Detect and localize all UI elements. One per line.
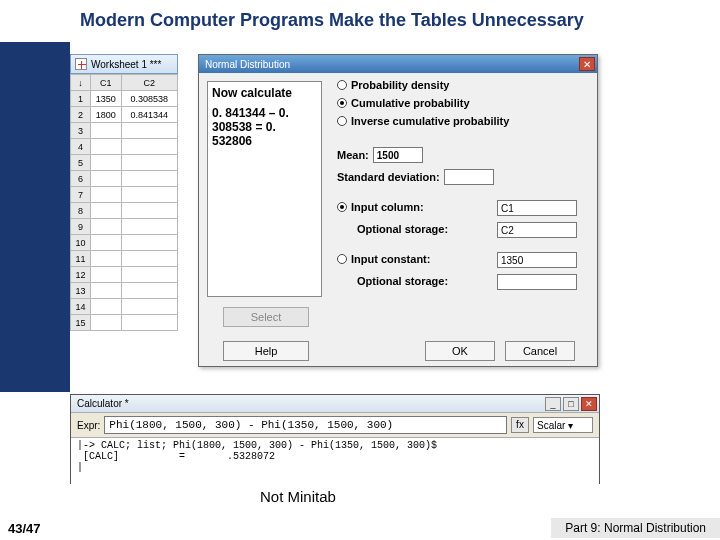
- row-head[interactable]: 12: [71, 267, 91, 283]
- ok-button[interactable]: OK: [425, 341, 495, 361]
- row-head[interactable]: 10: [71, 235, 91, 251]
- cell[interactable]: [91, 299, 122, 315]
- row-head[interactable]: 15: [71, 315, 91, 331]
- radio-input-constant[interactable]: Input constant:: [337, 253, 430, 265]
- row-head[interactable]: 11: [71, 251, 91, 267]
- row-head[interactable]: 3: [71, 123, 91, 139]
- cell[interactable]: [91, 267, 122, 283]
- cell[interactable]: [91, 123, 122, 139]
- main-content: Worksheet 1 *** ↓ C1 C2 113500.308538 21…: [70, 54, 600, 374]
- fx-button[interactable]: fx: [511, 417, 529, 433]
- cell[interactable]: [91, 315, 122, 331]
- cell[interactable]: [91, 251, 122, 267]
- cell[interactable]: [121, 171, 177, 187]
- maximize-icon[interactable]: □: [563, 397, 579, 411]
- input-column-label: Input column:: [351, 201, 424, 213]
- cell[interactable]: 0.841344: [121, 107, 177, 123]
- slide-accent-rail: [0, 42, 70, 392]
- close-icon[interactable]: ✕: [581, 397, 597, 411]
- cancel-button[interactable]: Cancel: [505, 341, 575, 361]
- corner-cell[interactable]: ↓: [71, 75, 91, 91]
- expression-input[interactable]: Phi(1800, 1500, 300) - Phi(1350, 1500, 3…: [104, 416, 507, 434]
- cell[interactable]: [91, 283, 122, 299]
- row-head[interactable]: 9: [71, 219, 91, 235]
- annotation-subtraction: 0. 841344 – 0. 308538 = 0. 532806: [212, 106, 317, 148]
- col-header-c1[interactable]: C1: [91, 75, 122, 91]
- cell[interactable]: [121, 267, 177, 283]
- cell[interactable]: [121, 139, 177, 155]
- sd-input[interactable]: [444, 169, 494, 185]
- worksheet-grid: ↓ C1 C2 113500.308538 218000.841344 3 4 …: [70, 74, 178, 331]
- input-column-field[interactable]: C1: [497, 200, 577, 216]
- row-head[interactable]: 2: [71, 107, 91, 123]
- cell[interactable]: 1800: [91, 107, 122, 123]
- minimize-icon[interactable]: _: [545, 397, 561, 411]
- close-icon[interactable]: ✕: [579, 57, 595, 71]
- input-constant-field[interactable]: 1350: [497, 252, 577, 268]
- row-head[interactable]: 6: [71, 171, 91, 187]
- cell[interactable]: [121, 155, 177, 171]
- radio-icon[interactable]: [337, 116, 347, 126]
- sd-field-row: Standard deviation:: [337, 169, 494, 185]
- cell[interactable]: [121, 299, 177, 315]
- variable-listbox[interactable]: Now calculate 0. 841344 – 0. 308538 = 0.…: [207, 81, 322, 297]
- page-number: 43/47: [0, 521, 41, 536]
- cell[interactable]: [91, 187, 122, 203]
- radio-icon[interactable]: [337, 98, 347, 108]
- cell[interactable]: [121, 235, 177, 251]
- calculator-titlebar[interactable]: Calculator * _ □ ✕: [71, 395, 599, 413]
- cell[interactable]: [121, 315, 177, 331]
- row-head[interactable]: 8: [71, 203, 91, 219]
- row-head[interactable]: 4: [71, 139, 91, 155]
- optional-storage-1-field[interactable]: C2: [497, 222, 577, 238]
- dialog-body: Now calculate 0. 841344 – 0. 308538 = 0.…: [199, 73, 597, 89]
- radio-inverse-cumulative[interactable]: Inverse cumulative probability: [337, 115, 509, 127]
- cell[interactable]: [91, 171, 122, 187]
- window-buttons: _ □ ✕: [545, 397, 597, 411]
- cell[interactable]: [121, 203, 177, 219]
- cell[interactable]: [91, 155, 122, 171]
- cell[interactable]: [121, 251, 177, 267]
- cell[interactable]: 0.308538: [121, 91, 177, 107]
- row-head[interactable]: 1: [71, 91, 91, 107]
- cell[interactable]: [91, 139, 122, 155]
- radio-label: Inverse cumulative probability: [351, 115, 509, 127]
- expression-row: Expr: Phi(1800, 1500, 300) - Phi(1350, 1…: [71, 413, 599, 438]
- sd-label: Standard deviation:: [337, 171, 440, 183]
- optional-storage-1-row: Optional storage:: [357, 223, 448, 235]
- radio-icon[interactable]: [337, 80, 347, 90]
- help-button[interactable]: Help: [223, 341, 309, 361]
- row-head[interactable]: 7: [71, 187, 91, 203]
- cell[interactable]: [121, 123, 177, 139]
- select-button[interactable]: Select: [223, 307, 309, 327]
- radio-probability-density[interactable]: Probability density: [337, 79, 449, 91]
- annotation-now-calculate: Now calculate: [212, 86, 317, 100]
- optional-storage-2-field[interactable]: [497, 274, 577, 290]
- cell[interactable]: 1350: [91, 91, 122, 107]
- cell[interactable]: [91, 203, 122, 219]
- radio-input-column[interactable]: Input column:: [337, 201, 424, 213]
- radio-icon[interactable]: [337, 254, 347, 264]
- mean-input[interactable]: 1500: [373, 147, 423, 163]
- dialog-titlebar[interactable]: Normal Distribution ✕: [199, 55, 597, 73]
- calculator-window: Calculator * _ □ ✕ Expr: Phi(1800, 1500,…: [70, 394, 600, 484]
- normal-distribution-dialog: Normal Distribution ✕ Now calculate 0. 8…: [198, 54, 598, 367]
- row-head[interactable]: 14: [71, 299, 91, 315]
- cell[interactable]: [121, 187, 177, 203]
- scalar-dropdown[interactable]: Scalar ▾: [533, 417, 593, 433]
- radio-icon[interactable]: [337, 202, 347, 212]
- cell[interactable]: [121, 219, 177, 235]
- expr-label: Expr:: [77, 420, 100, 431]
- col-header-c2[interactable]: C2: [121, 75, 177, 91]
- cell[interactable]: [91, 235, 122, 251]
- row-head[interactable]: 13: [71, 283, 91, 299]
- cell[interactable]: [121, 283, 177, 299]
- optional-storage-2-label: Optional storage:: [357, 275, 448, 287]
- calculator-title-text: Calculator *: [77, 398, 129, 409]
- row-head[interactable]: 5: [71, 155, 91, 171]
- optional-storage-1-label: Optional storage:: [357, 223, 448, 235]
- cell[interactable]: [91, 219, 122, 235]
- not-minitab-caption: Not Minitab: [260, 488, 336, 505]
- radio-label: Probability density: [351, 79, 449, 91]
- radio-cumulative-probability[interactable]: Cumulative probability: [337, 97, 470, 109]
